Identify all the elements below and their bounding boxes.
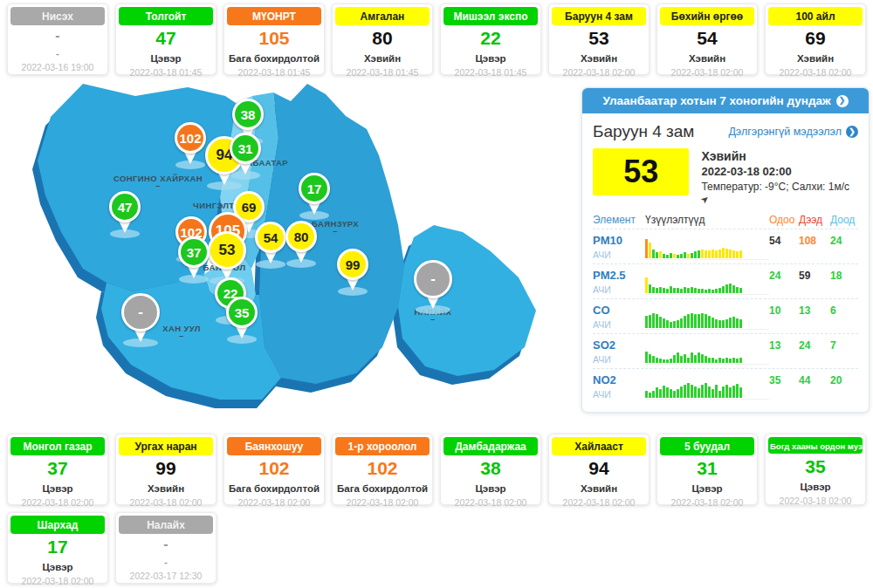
spark-bar [698,388,700,398]
value-now: 54 [769,234,799,247]
district-nalaikh [398,225,536,376]
pollutant-name[interactable]: SO2 [593,338,645,352]
station-card[interactable]: Баруун 4 зам53Хэвийн2022-03-18 02:00 [548,3,650,75]
station-aqi-value: 38 [443,458,539,479]
station-card[interactable]: Монгол газар37Цэвэр2022-03-18 02:00 [7,434,108,505]
district-label: СОНГИНО ХАЙРХАН– [113,174,203,188]
aqi-status: Хэвийн [701,149,858,163]
station-name: Баянхошуу [227,437,321,455]
pollutant-name[interactable]: PM2.5 [593,269,645,282]
spark-bar [645,391,648,398]
pollutant-table: ЭлементҮзүүлэлтүүдОдооДээдДоодPM10АЧИ541… [593,212,858,403]
spark-bar [694,386,697,398]
station-card[interactable]: Богд хааны ордон музей35Цэвэр2022-03-18 … [765,434,866,505]
station-card[interactable]: Амгалан80Хэвийн2022-03-18 01:45 [332,3,433,75]
col-indicators: Үзүүлэлтүүд [645,214,769,226]
measurement-datetime: 2022-03-18 02:00 [701,165,858,178]
spark-bar [694,251,697,258]
station-timestamp: 2022-03-18 02:00 [10,497,106,508]
station-name: Ургах наран [119,437,213,455]
spark-bar [656,314,658,328]
station-aqi-status: Цэвэр [10,483,106,494]
spark-bar [694,288,697,293]
station-card[interactable]: МҮОНРТ105Бага бохирдолтой2022-03-18 01:4… [223,3,325,75]
station-timestamp: 2022-03-18 02:00 [767,67,863,78]
station-aqi-status: Хэвийн [659,53,755,64]
station-card[interactable]: Толгойт47Цэвэр2022-03-18 01:45 [115,3,217,75]
station-card[interactable]: 1-р хороолол102Бага бохирдолтой2022-03-1… [332,434,433,505]
station-aqi-value: 31 [659,458,755,479]
spark-bar [659,287,662,293]
spark-bar [732,317,735,328]
station-card[interactable]: Шархад17Цэвэр2022-03-18 02:00 [7,512,108,584]
spark-bar [718,250,721,258]
spark-bar [663,254,665,258]
spark-bar [649,393,651,398]
station-aqi-value: 37 [10,458,106,479]
value-max: 44 [799,373,830,386]
spark-bar [722,359,725,363]
spark-bar [732,250,735,258]
spark-bar [673,391,676,398]
spark-bar [680,356,683,363]
spark-bar [722,248,725,258]
pollutant-sparkline [645,272,769,295]
station-card[interactable]: Бөхийн өргөө54Хэвийн2022-03-18 02:00 [656,3,758,75]
spark-bar [666,289,669,293]
pollutant-sparkline [645,342,769,365]
spark-bar [659,317,662,328]
station-aqi-value: 17 [10,537,106,557]
station-card[interactable]: Налайх--2022-03-17 12:30 [115,512,217,584]
station-aqi-status: Хэвийн [767,53,863,64]
spark-bar [666,359,669,363]
spark-bar [739,387,742,398]
spark-bar [739,250,742,258]
spark-bar [708,250,711,258]
station-aqi-status: Хэвийн [551,53,647,64]
spark-bar [670,286,672,293]
pollutant-row: NO2АЧИ354420 [593,368,858,403]
station-card[interactable]: Ургах наран99Хэвийн2022-03-18 02:00 [115,434,217,505]
spark-bar [691,385,693,398]
station-card[interactable]: 5 буудал31Цэвэр2022-03-18 02:00 [656,434,758,505]
spark-bar [711,389,714,398]
station-card[interactable]: Дамбадаржаа38Цэвэр2022-03-18 02:00 [440,434,541,505]
spark-bar [739,288,742,293]
value-min: 20 [830,373,858,386]
pollutant-name[interactable]: CO [593,304,645,317]
spark-bar [694,314,697,328]
station-aqi-status: Цэвэр [443,53,539,64]
pollutant-name[interactable]: PM10 [593,234,645,247]
details-link[interactable]: Дэлгэрэнгүй мэдээлэл ❯ [728,126,858,138]
station-aqi-value: - [10,28,106,44]
pin-aqi-value: 54 [255,222,286,253]
wind-direction-icon: ➤ [698,193,711,207]
station-timestamp: 2022-03-16 19:00 [10,62,106,72]
spark-bar [673,355,676,363]
spark-bar [687,254,690,258]
station-aqi-value: 105 [226,28,322,49]
value-min: 6 [830,304,858,317]
spark-bar [649,315,651,328]
station-card[interactable]: Нисэх--2022-03-16 19:00 [7,3,108,75]
station-timestamp: 2022-03-18 02:00 [334,497,430,508]
spark-bar [656,252,658,258]
station-card[interactable]: Баянхошуу102Бага бохирдолтой2022-03-18 0… [223,434,325,505]
value-max: 13 [799,304,830,317]
district-map-svg [0,75,581,431]
pollutant-name[interactable]: NO2 [593,373,645,386]
station-card[interactable]: 100 айл69Хэвийн2022-03-18 02:00 [765,3,866,75]
station-timestamp: 2022-03-18 02:00 [118,497,214,508]
station-aqi-value: 54 [659,28,755,49]
spark-bar [705,383,707,398]
city-map: СОНГИНО ХАЙРХАН–СҮХБААТАРЧИНГЭЛТЭЙБАЯНЗҮ… [0,75,581,431]
detail-panel: Улаанбаатар хотын 7 хоногийн дундаж ❯ Ба… [581,87,870,413]
spark-bar [652,250,655,258]
station-card[interactable]: Мишээл экспо22Цэвэр2022-03-18 01:45 [440,3,541,75]
spark-bar [691,313,693,328]
spark-bar [656,288,658,293]
spark-bar [677,389,679,398]
station-card[interactable]: Хайлааст94Хэвийн2022-03-18 02:00 [548,434,650,505]
label-dash: – [312,229,359,234]
weekly-average-button[interactable]: Улаанбаатар хотын 7 хоногийн дундаж ❯ [582,88,869,113]
